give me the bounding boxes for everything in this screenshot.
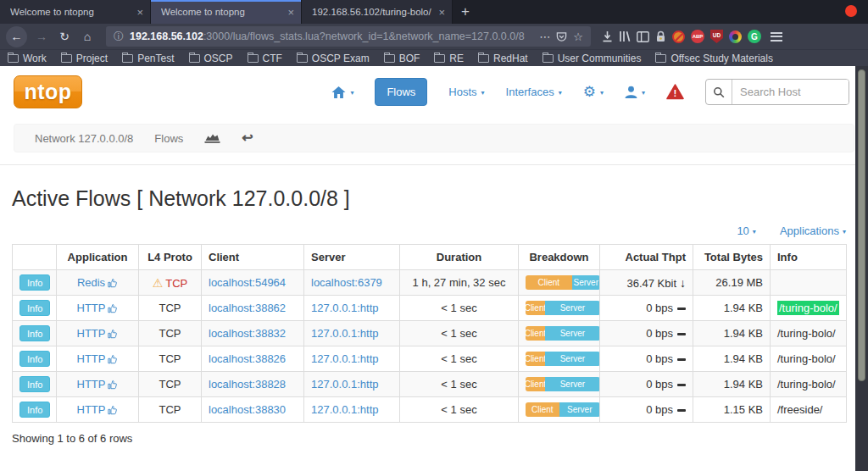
download-icon[interactable] [602, 30, 613, 42]
nav-home[interactable]: ▾ [331, 86, 353, 98]
client-link[interactable]: localhost:38826 [209, 352, 286, 365]
col-application[interactable]: Application [57, 245, 139, 270]
active-flows-table: Application L4 Proto Client Server Durat… [12, 244, 847, 423]
bookmark-star-icon[interactable]: ☆ [573, 31, 583, 42]
scrollbar-thumb[interactable] [858, 69, 865, 381]
server-link[interactable]: 127.0.0.1:http [311, 302, 379, 314]
back-arrow-icon[interactable]: ↩ [242, 131, 253, 145]
tab-close-icon[interactable]: × [136, 7, 143, 18]
pocket-icon[interactable] [556, 31, 567, 42]
flow-info-button[interactable]: Info [19, 325, 50, 341]
folder-icon [434, 54, 445, 63]
nav-admin[interactable]: ▾ [625, 86, 645, 98]
lock-extension-icon[interactable] [655, 30, 666, 42]
search-input[interactable] [732, 80, 849, 104]
colorwheel-extension-icon[interactable] [729, 30, 742, 43]
bookmark-folder-project[interactable]: Project [61, 53, 108, 64]
bookmark-folder-oscp-exam[interactable]: OSCP Exam [297, 53, 370, 64]
application-link[interactable]: HTTP [77, 403, 106, 416]
col-client[interactable]: Client [202, 245, 304, 270]
proxy-extension-icon[interactable] [672, 30, 685, 43]
tab-close-icon[interactable]: × [438, 7, 445, 18]
col-total-bytes[interactable]: Total Bytes [693, 245, 771, 270]
col-breakdown[interactable]: Breakdown [519, 245, 600, 270]
home-button[interactable]: ⌂ [79, 30, 96, 42]
bookmark-folder-work[interactable]: Work [8, 53, 47, 64]
rows-per-page-dropdown[interactable]: 10▾ [737, 224, 755, 237]
breakdown-bar: ClientServer [526, 301, 600, 315]
nav-flows-button[interactable]: Flows [375, 78, 427, 106]
application-link[interactable]: HTTP [77, 378, 106, 391]
table-row: Info HTTP TCP localhost:38832 127.0.0.1:… [13, 321, 847, 346]
client-link[interactable]: localhost:38828 [209, 378, 286, 391]
applications-filter-dropdown[interactable]: Applications▾ [780, 224, 846, 237]
chart-icon[interactable] [204, 132, 220, 144]
site-info-icon[interactable]: ⓘ [114, 30, 124, 44]
server-link[interactable]: 127.0.0.1:http [311, 327, 379, 340]
duration: < 1 sec [400, 397, 519, 423]
flow-info: /turing-bolo/ [771, 321, 847, 346]
bookmark-folder-offsec-study[interactable]: Offsec Study Materials [655, 53, 773, 64]
nav-interfaces[interactable]: Interfaces▾ [506, 86, 562, 98]
nav-settings[interactable]: ⚙▾ [583, 83, 604, 101]
flow-info-button[interactable]: Info [19, 376, 50, 392]
total-bytes: 1.94 KB [693, 296, 771, 321]
browser-tab-3[interactable]: 192.168.56.102/turing-bolo/ × [302, 0, 453, 24]
breakdown-bar: ClientServer [526, 402, 600, 417]
col-l4-proto[interactable]: L4 Proto [139, 245, 202, 270]
server-link[interactable]: 127.0.0.1:http [311, 403, 379, 416]
flow-info: /turing-bolo/ [771, 372, 847, 397]
client-link[interactable]: localhost:38862 [209, 302, 286, 314]
col-info[interactable]: Info [771, 245, 847, 270]
col-actual-thpt[interactable]: Actual Thpt [600, 245, 693, 270]
bookmark-folder-oscp[interactable]: OSCP [189, 53, 233, 64]
client-link[interactable]: localhost:38832 [209, 327, 286, 340]
page-scrollbar[interactable] [855, 66, 868, 471]
ublock-extension-icon[interactable]: UD [710, 30, 723, 43]
tab-close-icon[interactable]: × [287, 7, 294, 18]
bookmark-folder-ctf[interactable]: CTF [248, 53, 282, 64]
server-segment: Server [559, 402, 600, 417]
application-link[interactable]: HTTP [77, 302, 106, 314]
bookmark-folder-re[interactable]: RE [434, 53, 464, 64]
menu-icon[interactable] [771, 32, 782, 42]
reload-button[interactable]: ↻ [56, 30, 73, 42]
flow-info-button[interactable]: Info [19, 351, 50, 367]
browser-tab-1[interactable]: Welcome to ntopng × [0, 0, 151, 24]
grammarly-extension-icon[interactable]: G [748, 30, 761, 43]
application-link[interactable]: HTTP [77, 352, 106, 365]
alerts-warning-icon[interactable]: ! [666, 84, 684, 100]
flow-info-button[interactable]: Info [19, 300, 50, 316]
application-link[interactable]: Redis [77, 276, 105, 289]
flow-info-button[interactable]: Info [19, 402, 50, 418]
bookmark-folder-redhat[interactable]: RedHat [478, 53, 528, 64]
client-link[interactable]: localhost:54964 [209, 276, 286, 289]
col-duration[interactable]: Duration [400, 245, 519, 270]
flow-info-button[interactable]: Info [19, 274, 50, 291]
ntop-logo[interactable]: ntop [14, 75, 82, 108]
browser-tab-2-active[interactable]: Welcome to ntopng × [151, 0, 302, 24]
duration: 1 h, 27 min, 32 sec [400, 270, 519, 296]
chevron-down-icon: ▾ [350, 89, 353, 97]
col-server[interactable]: Server [304, 245, 400, 270]
nav-hosts[interactable]: Hosts▾ [448, 86, 484, 98]
bookmark-folder-user-communities[interactable]: User Communities [542, 53, 642, 64]
page-actions-icon[interactable]: ⋯ [539, 31, 550, 42]
server-link[interactable]: 127.0.0.1:http [311, 352, 379, 365]
breadcrumb-network[interactable]: Network 127.0.0.0/8 [35, 132, 133, 145]
forward-button[interactable]: → [33, 30, 50, 42]
sidebar-toggle-icon[interactable] [637, 31, 649, 42]
client-link[interactable]: localhost:38830 [209, 403, 286, 416]
bookmark-folder-bof[interactable]: BOF [384, 53, 420, 64]
trend-flat-icon [677, 409, 686, 412]
server-link[interactable]: localhost:6379 [311, 276, 382, 289]
application-link[interactable]: HTTP [77, 327, 106, 340]
bookmark-folder-pentest[interactable]: PenTest [122, 53, 174, 64]
library-icon[interactable] [619, 30, 631, 42]
server-link[interactable]: 127.0.0.1:http [311, 378, 379, 391]
adblock-plus-icon[interactable]: ABP [691, 30, 704, 43]
folder-icon [655, 54, 666, 63]
url-bar[interactable]: ⓘ 192.168.56.102:3000/lua/flows_stats.lu… [106, 26, 591, 47]
back-button[interactable]: ← [6, 26, 27, 47]
new-tab-button[interactable]: + [453, 0, 478, 24]
